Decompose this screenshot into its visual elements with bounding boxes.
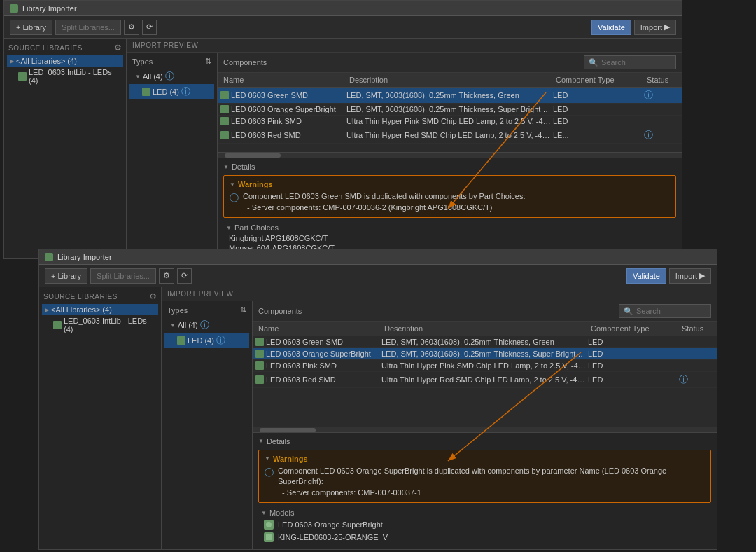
validate-button-top[interactable]: Validate [592, 20, 631, 35]
cell-desc: Ultra Thin Hyper Red SMD Chip LED Lamp, … [382, 375, 588, 384]
tree-expand-icon: ▶ [10, 58, 14, 64]
warnings-header-top: ▼ Warnings [230, 180, 670, 188]
refresh-button-top[interactable]: ⟳ [142, 20, 157, 35]
part-choice-item: Kingbright APG1608CGKC/T [226, 233, 673, 243]
type-item-all-bottom: ▼ All (4) ⓘ [164, 317, 249, 333]
content-area-top: Source Libraries ⚙ ▶ <All Libraries> (4)… [4, 39, 682, 258]
search-input-top[interactable] [601, 58, 671, 67]
warning-item-bottom: ⓘ Component LED 0603 Orange SuperBright … [265, 466, 705, 498]
app-icon-bottom [45, 253, 53, 261]
type-led-info-icon-bottom[interactable]: ⓘ [216, 334, 225, 347]
lib1-item-top[interactable]: LED_0603.IntLib - LEDs (4) [7, 67, 123, 86]
type-info-icon-top[interactable]: ⓘ [165, 70, 174, 83]
search-input-bottom[interactable] [636, 307, 706, 315]
cell-name: LED 0603 Green SMD [220, 91, 346, 99]
table-row[interactable]: LED 0603 Green SMD LED, SMT, 0603(1608),… [253, 336, 717, 348]
split-libraries-button-top[interactable]: Split Libraries... [55, 20, 121, 35]
cell-desc: LED, SMT, 0603(1608), 0.25mm Thickness, … [382, 350, 588, 358]
components-header-bottom: Components [258, 307, 302, 315]
search-box-top[interactable]: 🔍 [584, 55, 676, 69]
source-panel-gear-top[interactable]: ⚙ [114, 43, 122, 53]
cell-name: LED 0603 Red SMD [220, 131, 346, 139]
col-type-bottom: Component Type [588, 323, 679, 334]
table-header-top: Name Description Component Type Status [218, 73, 682, 88]
window-bottom: Library Importer + Library Split Librari… [38, 249, 718, 550]
cell-type: LED [553, 91, 644, 99]
svg-rect-1 [266, 534, 272, 540]
row-icon [255, 350, 264, 358]
cell-status: ⓘ [644, 129, 679, 142]
warning-text-bottom: Component LED 0603 Orange SuperBright is… [278, 466, 705, 498]
tree-expand-icon-bottom: ▶ [45, 307, 49, 313]
col-name-top: Name [220, 74, 346, 85]
title-text-bottom: Library Importer [57, 253, 112, 261]
add-library-button-top[interactable]: + Library [10, 20, 52, 35]
source-panel-top: Source Libraries ⚙ ▶ <All Libraries> (4)… [4, 39, 127, 258]
warning-item-top: ⓘ Component LED 0603 Green SMD is duplic… [230, 191, 670, 213]
warning-info-icon-top: ⓘ [230, 192, 239, 205]
cell-status: ⓘ [679, 373, 714, 386]
type-lib-icon-bottom [177, 336, 186, 345]
table-row[interactable]: LED 0603 Green SMD LED, SMT, 0603(1608),… [218, 88, 682, 104]
type-item-led-bottom[interactable]: LED (4) ⓘ [164, 333, 249, 348]
table-header-bottom: Name Description Component Type Status [253, 322, 717, 336]
table-row[interactable]: LED 0603 Orange SuperBright LED, SMT, 06… [253, 348, 717, 360]
lib-icon-bottom [53, 321, 62, 329]
details-section-top: ▼ Details ▼ Warnings ⓘ Component [218, 158, 682, 258]
models-expand-icon: ▼ [261, 510, 267, 516]
warnings-box-top: ▼ Warnings ⓘ Component LED 0603 Green SM… [223, 175, 676, 218]
table-row[interactable]: LED 0603 Orange SuperBright LED, SMT, 06… [218, 104, 682, 116]
row-icon [255, 361, 264, 370]
scrollbar-top[interactable] [218, 152, 682, 158]
settings-button-top[interactable]: ⚙ [124, 20, 139, 35]
type-item-led-top[interactable]: LED (4) ⓘ [130, 84, 214, 99]
import-button-bottom[interactable]: Import ▶ [669, 268, 711, 284]
type-led-info-icon-top[interactable]: ⓘ [181, 85, 190, 98]
cell-type: LED [588, 338, 679, 346]
all-libraries-item-bottom[interactable]: ▶ <All Libraries> (4) [42, 304, 158, 315]
type-info-icon-bottom[interactable]: ⓘ [200, 319, 209, 331]
cell-name: LED 0603 Orange SuperBright [220, 105, 346, 113]
status-info-icon[interactable]: ⓘ [679, 374, 688, 385]
table-row[interactable]: LED 0603 Pink SMD Ultra Thin Hyper Pink … [218, 116, 682, 127]
title-text-top: Library Importer [22, 4, 77, 13]
lib1-item-bottom[interactable]: LED_0603.IntLib - LEDs (4) [42, 315, 158, 335]
refresh-button-bottom[interactable]: ⟳ [177, 268, 192, 284]
source-panel-gear-bottom[interactable]: ⚙ [149, 291, 158, 301]
settings-button-bottom[interactable]: ⚙ [159, 268, 174, 284]
cell-desc: Ultra Thin Hyper Red SMD Chip LED Lamp, … [346, 131, 553, 139]
title-bar-top: Library Importer [4, 1, 682, 16]
status-info-icon[interactable]: ⓘ [644, 130, 653, 140]
components-panel-bottom: Components 🔍 Name Description Component … [253, 301, 717, 549]
validate-button-bottom[interactable]: Validate [626, 268, 666, 284]
table-row[interactable]: LED 0603 Red SMD Ultra Thin Hyper Red SM… [218, 127, 682, 144]
table-row[interactable]: LED 0603 Red SMD Ultra Thin Hyper Red SM… [253, 372, 717, 388]
add-library-button-bottom[interactable]: + Library [45, 268, 88, 284]
import-panel-header-bottom: Import Preview [162, 287, 717, 301]
status-info-icon[interactable]: ⓘ [644, 90, 653, 100]
cell-desc: Ultra Thin Hyper Pink SMD Chip LED Lamp,… [382, 361, 588, 370]
source-panel-bottom: Source Libraries ⚙ ▶ <All Libraries> (4)… [39, 287, 162, 549]
types-panel-bottom: Types ⇅ ▼ All (4) ⓘ LED (4) ⓘ [162, 301, 253, 549]
type-item-all-top: ▼ All (4) ⓘ [130, 69, 214, 84]
model-icon [264, 532, 274, 542]
search-box-bottom[interactable]: 🔍 [619, 304, 711, 318]
warnings-expand-icon-top: ▼ [230, 181, 235, 188]
source-panel-header-top: Source Libraries ⚙ [7, 41, 123, 55]
table-row[interactable]: LED 0603 Pink SMD Ultra Thin Hyper Pink … [253, 360, 717, 372]
import-panel-header-top: Import Preview [127, 39, 682, 53]
details-expand-icon-top: ▼ [223, 164, 229, 170]
details-header-top[interactable]: ▼ Details [220, 161, 679, 172]
lib-icon-top [18, 72, 27, 81]
scrollbar-bottom[interactable] [253, 427, 717, 432]
all-libraries-item-top[interactable]: ▶ <All Libraries> (4) [7, 55, 123, 67]
details-header-bottom[interactable]: ▼ Details [255, 436, 714, 447]
warning-text-top: Component LED 0603 Green SMD is duplicat… [243, 191, 526, 213]
import-button-top[interactable]: Import ▶ [634, 20, 676, 35]
window-top: Library Importer + Library Split Librari… [4, 0, 682, 259]
svg-point-0 [266, 522, 272, 527]
type-expand-icon-bottom: ▼ [170, 322, 176, 329]
table-body-top: LED 0603 Green SMD LED, SMT, 0603(1608),… [218, 88, 682, 152]
content-area-bottom: Source Libraries ⚙ ▶ <All Libraries> (4)… [39, 287, 717, 549]
split-libraries-button-bottom[interactable]: Split Libraries... [90, 268, 156, 284]
